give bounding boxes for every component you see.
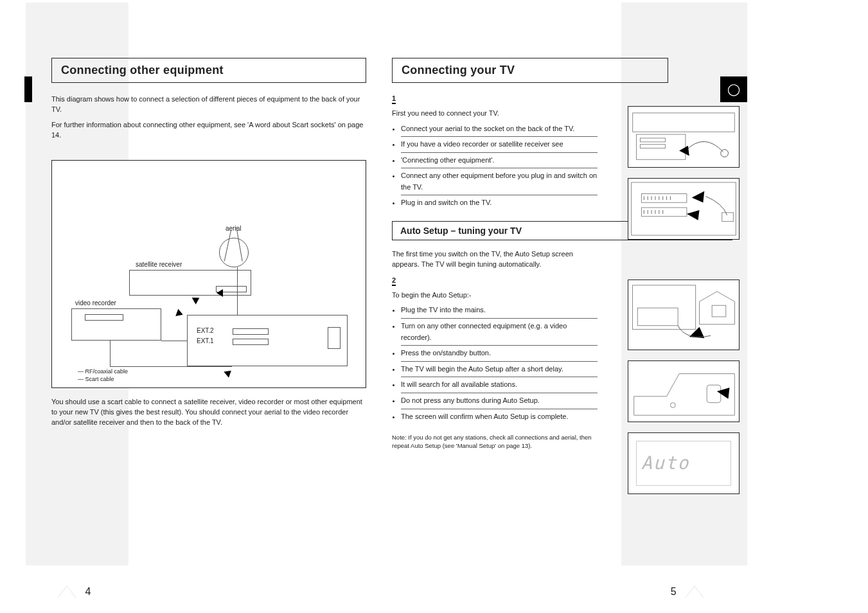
page-number-right: 5 <box>671 586 704 600</box>
figure-aerial-connect <box>628 106 740 168</box>
setup-note: Note: If you do not get any stations, ch… <box>392 433 598 450</box>
arrow-up-icon <box>58 586 76 598</box>
step-1-list: Connect your aerial to the socket on the… <box>401 121 598 211</box>
scart-note: You should use a scart cable to connect … <box>51 397 366 428</box>
antenna-icon <box>219 238 249 267</box>
list-item: Turn on any other connected equipment (e… <box>401 319 598 346</box>
list-item: Connect any other equipment before you p… <box>401 168 598 195</box>
svg-marker-24 <box>687 210 700 220</box>
svg-point-5 <box>721 150 729 157</box>
svg-rect-28 <box>712 305 726 317</box>
step-2: 2 To begin the Auto Setup:- Plug the TV … <box>392 276 598 424</box>
legend-rf: — RF/coaxial cable <box>78 368 128 376</box>
step-number-1: 1 <box>392 94 396 104</box>
svg-rect-30 <box>707 385 721 402</box>
step-1: 1 First you need to connect your TV. Con… <box>392 94 598 211</box>
figure-auto-display: Auto <box>628 432 740 494</box>
arrow-icon <box>175 308 184 318</box>
svg-marker-4 <box>679 146 689 156</box>
svg-rect-25 <box>722 213 734 222</box>
page-number-left: 4 <box>58 586 91 600</box>
label-ext1: EXT.1 <box>197 337 214 344</box>
display-text: Auto <box>641 452 689 474</box>
sat-receiver-icon <box>129 270 251 296</box>
svg-point-32 <box>670 403 675 408</box>
list-item: Press the on/standby button. <box>401 346 598 362</box>
arrow-icon <box>192 294 202 304</box>
svg-rect-27 <box>637 308 678 325</box>
label-ext2: EXT.2 <box>197 327 214 334</box>
svg-rect-8 <box>641 208 687 217</box>
label-sat-receiver: satellite receiver <box>136 261 182 268</box>
list-item: Connect your aerial to the socket on the… <box>401 121 598 138</box>
step-2-text: To begin the Auto Setup:- <box>392 290 598 301</box>
list-item: The TV will begin the Auto Setup after a… <box>401 362 598 378</box>
heading-connecting-tv: Connecting your TV <box>392 58 668 83</box>
svg-rect-0 <box>633 113 735 132</box>
svg-rect-2 <box>640 138 665 142</box>
arrow-icon <box>224 368 233 378</box>
arrow-up-icon <box>686 586 704 598</box>
svg-marker-29 <box>689 327 705 339</box>
step-2-list: Plug the TV into the mains. Turn on any … <box>401 303 598 424</box>
step-figures: Auto <box>628 106 740 494</box>
list-item: If you have a video recorder or satellit… <box>401 137 598 153</box>
list-item: 'Connecting other equipment'. <box>401 153 598 169</box>
figure-scart-connect <box>628 178 740 240</box>
svg-rect-7 <box>641 194 687 203</box>
setup-intro: The first time you switch on the TV, the… <box>392 249 598 270</box>
left-column: Connecting other equipment This diagram … <box>51 58 366 450</box>
svg-rect-26 <box>632 285 695 330</box>
list-item: Do not press any buttons during Auto Set… <box>401 393 598 409</box>
diagram-legend: — RF/coaxial cable — Scart cable <box>78 368 128 384</box>
svg-rect-6 <box>632 182 736 235</box>
arrow-icon <box>217 289 223 297</box>
step-number-2: 2 <box>392 276 396 286</box>
vcr-icon <box>71 308 161 341</box>
figure-standby-button <box>628 360 740 422</box>
tv-rear-icon: EXT.2 EXT.1 <box>187 315 348 366</box>
intro-text-1: This diagram shows how to connect a sele… <box>51 94 366 115</box>
figure-mains-plug <box>628 280 740 350</box>
list-item: The screen will confirm when Auto Setup … <box>401 409 598 425</box>
intro-text-2: For further information about connecting… <box>51 120 366 141</box>
svg-marker-31 <box>717 387 730 399</box>
list-item: Plug the TV into the mains. <box>401 303 598 319</box>
legend-scart: — Scart cable <box>78 375 128 384</box>
svg-marker-23 <box>692 191 705 203</box>
heading-connecting-other: Connecting other equipment <box>51 58 366 83</box>
list-item: It will search for all available station… <box>401 377 598 393</box>
svg-rect-3 <box>640 145 665 148</box>
list-item: Plug in and switch on the TV. <box>401 195 598 211</box>
step-1-text: First you need to connect your TV. <box>392 108 598 119</box>
label-aerial: aerial <box>226 225 241 232</box>
label-vcr: video recorder <box>75 299 116 306</box>
connection-diagram: aerial satellite receiver video recorder <box>51 160 366 388</box>
